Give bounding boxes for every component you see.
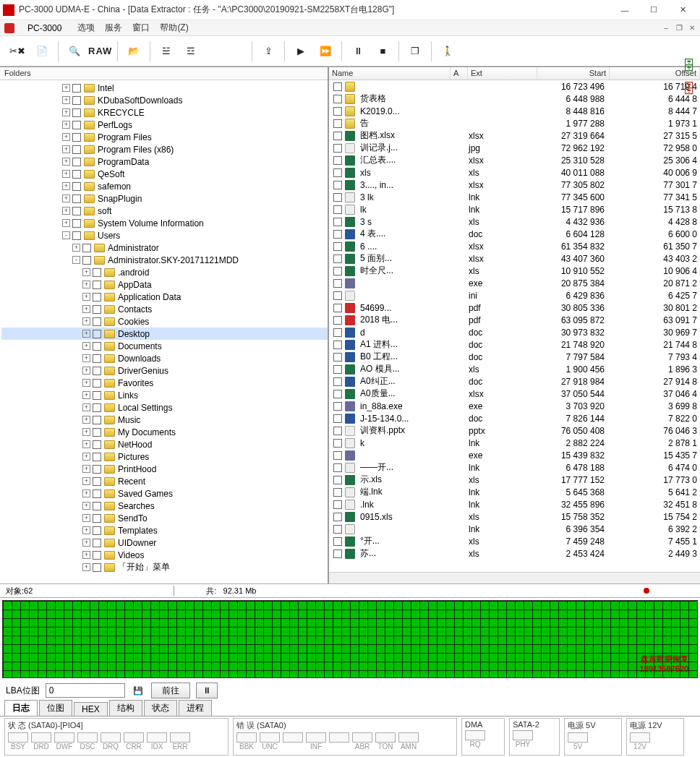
menu-options[interactable]: 选项 [77,22,95,34]
tree-checkbox[interactable] [72,219,81,228]
file-checkbox[interactable] [333,353,342,362]
tree-item[interactable]: +Documents [1,340,328,352]
file-row[interactable]: A0纠正...doc27 918 98427 914 8 [329,375,700,388]
expand-icon[interactable]: + [82,563,90,571]
expand-icon[interactable]: + [82,551,90,559]
expand-icon[interactable]: + [82,293,90,301]
tree-item[interactable]: +PerfLogs [1,119,328,131]
file-list[interactable]: 16 723 49616 719 4货表格6 448 9886 444 8K20… [329,80,700,572]
tab-HEX[interactable]: HEX [74,702,108,716]
col-name[interactable]: Name [329,67,451,80]
expand-icon[interactable]: + [82,367,90,375]
tree-checkbox[interactable] [72,207,81,215]
tree-item[interactable]: +PrintHood [1,463,328,475]
file-row[interactable]: A1 进料...doc21 748 92021 744 8 [329,338,700,351]
file-checkbox[interactable] [333,328,342,337]
expand-icon[interactable]: + [62,158,70,166]
tree-checkbox[interactable] [72,158,81,166]
file-row[interactable]: klnk2 882 2242 878 1 [329,437,700,449]
file-row[interactable]: A0质量...xlsx37 050 54437 046 4 [329,388,700,400]
expand-icon[interactable]: + [82,526,90,534]
tree-item[interactable]: +SendTo [1,512,328,524]
menu-service[interactable]: 服务 [105,22,122,34]
tree-view1-icon[interactable]: ☱ [155,40,178,62]
horizontal-scrollbar[interactable] [329,572,700,583]
file-row[interactable]: .lnklnk32 455 89632 451 8 [329,498,700,510]
file-checkbox[interactable] [333,537,342,546]
tree-checkbox[interactable] [72,194,81,203]
file-row[interactable]: 图档.xlsxxlsx27 319 66427 315 5 [329,129,700,142]
tree-checkbox[interactable] [72,133,81,142]
tree-item[interactable]: +System Volume Information [1,217,328,229]
expand-icon[interactable]: + [82,453,90,461]
file-checkbox[interactable] [333,205,342,214]
maximize-button[interactable]: ☐ [639,0,668,20]
tree-item[interactable]: +Videos [1,549,328,561]
search-icon[interactable]: 🔍 [63,40,86,62]
file-checkbox[interactable] [333,279,342,288]
tree-item[interactable]: +Contacts [1,303,328,315]
file-row[interactable]: J-15-134.0...doc7 826 1447 822 0 [329,412,700,424]
file-row[interactable]: 3 sxls4 432 9364 428 8 [329,215,700,228]
minimize-button[interactable]: — [610,0,639,20]
expand-icon[interactable]: + [62,96,70,104]
file-checkbox[interactable] [333,377,342,386]
tree-item[interactable]: +Application Data [1,291,328,303]
file-checkbox[interactable] [333,439,342,448]
export-icon[interactable]: ⇪ [257,40,280,62]
tree-checkbox[interactable] [72,182,81,191]
expand-icon[interactable]: + [62,133,70,141]
expand-icon[interactable]: + [82,354,90,362]
expand-icon[interactable]: + [62,108,70,116]
tree-item[interactable]: +SnapPlugin [1,192,328,205]
file-row[interactable]: °开...xls7 459 2487 455 1 [329,535,700,547]
tree-checkbox[interactable] [93,391,101,400]
database-icon[interactable]: 🗄 [681,58,697,74]
expand-icon[interactable]: + [82,281,90,288]
file-checkbox[interactable] [333,414,342,423]
tree-checkbox[interactable] [93,281,101,289]
tree-item[interactable]: +Downloads [1,352,328,364]
expand-icon[interactable]: + [82,428,90,436]
tree-checkbox[interactable] [93,305,101,314]
file-row[interactable]: 4 表....doc6 604 1286 600 0 [329,228,700,240]
file-row[interactable]: 训记录.j...jpg72 962 19272 958 0 [329,142,700,154]
file-checkbox[interactable] [333,365,342,374]
folder-tree[interactable]: +Intel+KDubaSoftDownloads+KRECYCLE+PerfL… [0,80,328,583]
expand-icon[interactable]: + [82,342,90,350]
stop-icon[interactable]: ■ [371,40,394,62]
tree-item[interactable]: +DriverGenius [1,364,328,377]
tree-checkbox[interactable] [82,244,91,252]
file-row[interactable]: 汇总表....xlsx25 310 52825 306 4 [329,154,700,166]
expand-icon[interactable]: + [82,539,90,547]
sector-map[interactable]: 盘首数据恢复 18913587620 [2,600,698,678]
expand-icon[interactable]: + [82,403,90,411]
file-checkbox[interactable] [333,525,342,534]
expand-icon[interactable]: + [62,219,70,227]
file-checkbox[interactable] [333,267,342,275]
file-row[interactable]: B0 工程...doc7 797 5847 793 4 [329,351,700,363]
file-checkbox[interactable] [333,402,342,411]
close-button[interactable]: ✕ [668,0,697,20]
tree-checkbox[interactable] [93,489,101,498]
tree-checkbox[interactable] [93,514,101,523]
tree-checkbox[interactable] [72,84,81,93]
tree-checkbox[interactable] [72,231,81,240]
tab-进程[interactable]: 进程 [179,700,212,716]
pause-icon[interactable]: ⏸ [346,40,370,62]
expand-icon[interactable]: + [82,465,90,473]
expand-icon[interactable]: + [62,145,70,153]
tree-checkbox[interactable] [93,317,101,326]
tree-item[interactable]: +Recent [1,475,328,487]
file-checkbox[interactable] [333,316,342,325]
file-checkbox[interactable] [333,107,342,116]
file-row[interactable]: exe20 875 38420 871 2 [329,277,700,289]
expand-icon[interactable]: + [82,379,90,387]
expand-icon[interactable]: + [62,194,70,202]
tab-日志[interactable]: 日志 [4,700,38,716]
tree-item[interactable]: +KDubaSoftDownloads [1,94,328,106]
expand-icon[interactable]: + [82,514,90,522]
file-row[interactable]: 16 723 49616 719 4 [329,80,700,93]
goto-button[interactable]: 前往 [151,683,190,698]
tree-item[interactable]: -Users [1,229,328,241]
